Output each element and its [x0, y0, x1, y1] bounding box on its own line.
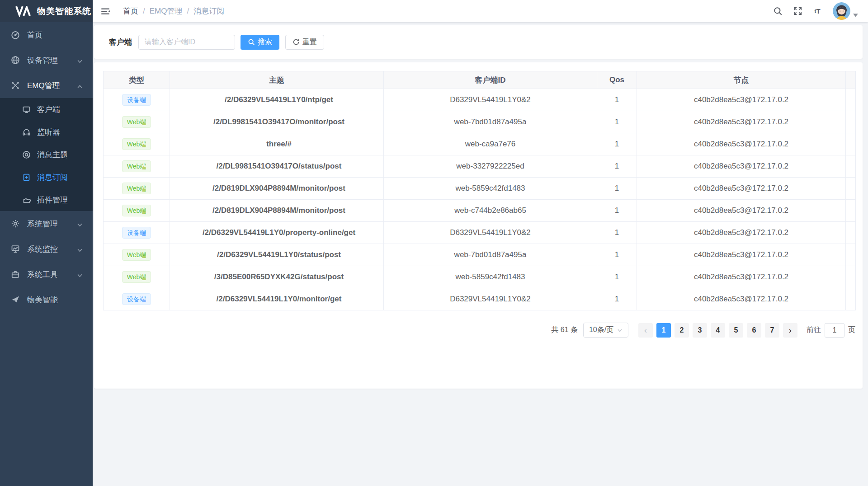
topic-cell: /2/D6329VL54419L1Y0/property-online/get: [170, 222, 384, 244]
col-header-qos: Qos: [597, 71, 637, 89]
sidebar-item-listener[interactable]: 监听器: [0, 121, 93, 143]
table-row: Web端 /2/D6329VL54419L1Y0/status/post web…: [104, 244, 856, 266]
next-page-button[interactable]: ›: [783, 323, 797, 338]
chevron-down-icon: [77, 221, 83, 230]
dashboard-icon: [11, 30, 20, 39]
table-row: Web端 three/# web-ca9a7e76 1 c40b2d8ea5c3…: [104, 133, 856, 155]
page-button-6[interactable]: 6: [747, 323, 761, 338]
app-root: 物美智能系统 首页 设备管理: [0, 0, 868, 486]
client-cell: web-c744b2e86ab65: [384, 200, 597, 222]
topic-cell: /2/D6329VL54419L1Y0/monitor/get: [170, 288, 384, 310]
page-button-4[interactable]: 4: [711, 323, 725, 338]
breadcrumb-home[interactable]: 首页: [123, 6, 138, 16]
type-tag: Web端: [122, 138, 151, 150]
sidebar-item-system-monitor[interactable]: 系统监控: [0, 236, 93, 262]
node-cell: c40b2d8ea5c3@172.17.0.2: [637, 133, 846, 155]
sidebar-item-wumei-smart[interactable]: 物美智能: [0, 287, 93, 312]
page-button-5[interactable]: 5: [729, 323, 743, 338]
node-cell: c40b2d8ea5c3@172.17.0.2: [637, 288, 846, 310]
page-button-3[interactable]: 3: [693, 323, 707, 338]
type-tag: Web端: [122, 116, 151, 128]
search-icon[interactable]: [772, 6, 783, 17]
search-button[interactable]: 搜索: [241, 35, 279, 50]
sidebar-item-device-mgmt[interactable]: 设备管理: [0, 47, 93, 73]
message-subscribe-icon: [22, 173, 31, 182]
client-id-input[interactable]: [138, 35, 235, 50]
client-cell: D6329VL54419L1Y0&2: [384, 89, 597, 111]
avatar: [833, 2, 850, 20]
topic-cell: /2/DL9981541O39417O/monitor/post: [170, 111, 384, 133]
type-tag: Web端: [122, 183, 151, 194]
type-tag: 设备端: [122, 293, 151, 305]
table-row: 设备端 /2/D6329VL54419L1Y0/ntp/get D6329VL5…: [104, 89, 856, 111]
chevron-up-icon: [77, 83, 83, 92]
top-navbar: 首页 / EMQ管理 / 消息订阅 tT: [93, 0, 868, 22]
page-size-select[interactable]: 10条/页: [583, 323, 628, 338]
sidebar-item-message-topic[interactable]: 消息主题: [0, 143, 93, 166]
col-header-topic: 主题: [170, 71, 384, 89]
client-cell: web-3327922225ed: [384, 155, 597, 178]
user-avatar[interactable]: [833, 2, 858, 20]
breadcrumb-separator: /: [187, 7, 189, 16]
page-button-1[interactable]: 1: [656, 323, 671, 338]
qos-cell: 1: [597, 266, 637, 288]
fullscreen-icon[interactable]: [792, 6, 803, 17]
emq-submenu: 客户端 监听器 消息主题: [0, 98, 93, 211]
type-tag: 设备端: [122, 227, 151, 239]
sidebar-item-message-subscribe[interactable]: 消息订阅: [0, 166, 93, 188]
qos-cell: 1: [597, 89, 637, 111]
table-row: Web端 /2/DL9981541O39417O/status/post web…: [104, 155, 856, 178]
table-row: Web端 /2/D819DLX904P8894M/monitor/post we…: [104, 200, 856, 222]
sidebar-item-label: 系统管理: [27, 219, 58, 229]
emq-node-icon: [11, 81, 20, 90]
breadcrumb-current: 消息订阅: [193, 6, 224, 16]
col-header-node: 节点: [637, 71, 846, 89]
page-button-7[interactable]: 7: [765, 323, 779, 338]
table-row: Web端 /2/D819DLX904P8894M/monitor/post we…: [104, 178, 856, 200]
sidebar-item-label: EMQ管理: [27, 80, 60, 91]
client-cell: web-5859c42fd1483: [384, 266, 597, 288]
jumper-suffix: 页: [848, 325, 855, 335]
page-jump-input[interactable]: [825, 323, 844, 338]
sidebar-item-emq-mgmt[interactable]: EMQ管理: [0, 73, 93, 98]
table-header-row: 类型 主题 客户端ID Qos 节点: [104, 71, 856, 89]
sidebar-item-system-tools[interactable]: 系统工具: [0, 262, 93, 287]
app-logo[interactable]: 物美智能系统: [0, 0, 93, 22]
client-cell: web-7bd01d87a495a: [384, 111, 597, 133]
type-tag: 设备端: [122, 94, 151, 106]
refresh-icon: [292, 38, 300, 46]
paper-plane-icon: [11, 295, 20, 304]
type-tag: Web端: [122, 160, 151, 172]
client-monitor-icon: [22, 105, 31, 114]
sidebar-item-system-mgmt[interactable]: 系统管理: [0, 211, 93, 236]
caret-down-icon: [853, 11, 858, 19]
subscription-table: 类型 主题 客户端ID Qos 节点 设备端 /2/D6329VL54419L1…: [103, 71, 856, 310]
client-field-label: 客户端: [109, 37, 132, 47]
reset-button[interactable]: 重置: [285, 35, 324, 50]
node-cell: c40b2d8ea5c3@172.17.0.2: [637, 222, 846, 244]
sidebar-item-home[interactable]: 首页: [0, 22, 93, 47]
prev-page-button[interactable]: ‹: [638, 323, 653, 338]
client-cell: D6329VL54419L1Y0&2: [384, 222, 597, 244]
va-logo-mark: [15, 6, 31, 17]
sidebar-item-plugin-mgmt[interactable]: 插件管理: [0, 188, 93, 211]
chevron-down-icon: [77, 272, 83, 281]
search-icon: [248, 38, 255, 46]
client-cell: web-ca9a7e76: [384, 133, 597, 155]
topic-cell: three/#: [170, 133, 384, 155]
page-button-2[interactable]: 2: [675, 323, 689, 338]
plugin-icon: [22, 196, 31, 204]
sidebar-item-label: 消息订阅: [37, 172, 68, 183]
breadcrumb-emq[interactable]: EMQ管理: [150, 6, 183, 16]
topic-cell: /2/D6329VL54419L1Y0/ntp/get: [170, 89, 384, 111]
font-size-icon[interactable]: tT: [812, 6, 823, 17]
listener-headset-icon: [22, 128, 31, 136]
type-tag: Web端: [122, 271, 151, 283]
chevron-down-icon: [77, 246, 83, 255]
message-topic-icon: [22, 150, 31, 159]
sidebar-item-label: 客户端: [37, 104, 60, 115]
chevron-down-icon: [77, 57, 83, 66]
node-cell: c40b2d8ea5c3@172.17.0.2: [637, 178, 846, 200]
sidebar-item-client[interactable]: 客户端: [0, 98, 93, 121]
hamburger-icon[interactable]: [100, 6, 111, 17]
